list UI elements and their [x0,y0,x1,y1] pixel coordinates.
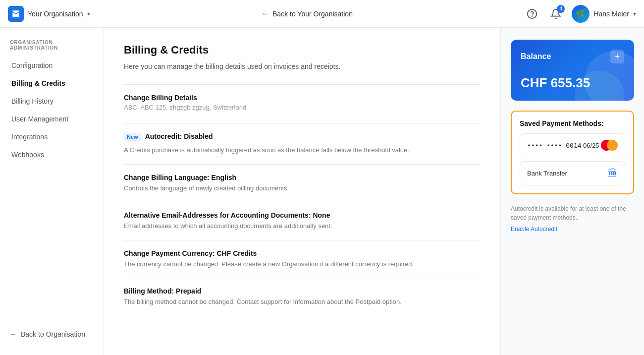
sidebar-spacer [0,164,104,325]
billing-language-section: Change Billing Language: English Control… [124,164,481,202]
help-button[interactable] [524,6,540,22]
user-menu[interactable]: 🌿 Hans Meier ▾ [572,5,636,23]
balance-label: Balance [521,52,551,61]
nav-left: Your Organisation ▾ [8,6,90,22]
billing-method-desc: The billing method cannot be changed. Co… [124,297,481,307]
back-arrow-icon: ← [262,9,269,18]
autocredit-title[interactable]: Autocredit: Disabled [145,132,213,140]
sidebar-back-label: Back to Organisation [21,330,85,338]
top-navigation: Your Organisation ▾ ← Back to Your Organ… [0,0,644,28]
autocredit-desc: A Credits purchase is automatically trig… [124,145,481,155]
add-balance-button[interactable]: + [610,50,624,63]
svg-point-1 [532,16,533,16]
billing-method-section: Billing Method: Prepaid The billing meth… [124,278,481,316]
notification-badge: 4 [557,5,565,13]
sidebar-item-webhooks[interactable]: Webhooks [0,146,104,164]
autocredit-section: New Autocredit: Disabled A Credits purch… [124,123,481,164]
payment-methods-title: Saved Payment Methods: [520,119,625,127]
payment-methods-card: Saved Payment Methods: •••• •••• 0014 06… [511,111,634,194]
alt-email-desc: Email addresses to which all accounting … [124,221,481,231]
payment-method-bank[interactable]: Bank Transfer 🏛 [520,161,625,185]
user-chevron-icon[interactable]: ▾ [633,10,636,17]
autocredit-row: New Autocredit: Disabled [124,132,481,142]
main-content: Billing & Credits Here you can manage th… [104,28,500,355]
sidebar-item-billing-credits[interactable]: Billing & Credits [0,74,104,92]
org-logo [8,6,24,22]
payment-currency-title: Change Payment Currency: CHF Credits [124,249,481,257]
nav-right: 4 🌿 Hans Meier ▾ [524,5,636,23]
new-badge: New [124,133,141,141]
sidebar-item-billing-history[interactable]: Billing History [0,92,104,110]
card-number: •••• •••• 0014 [527,142,582,149]
back-link-label: Back to Your Organisation [272,10,353,18]
sidebar-back-arrow-icon: ← [10,330,17,338]
autocredit-info-text: Autocredit is available for at least one… [511,202,634,224]
payment-currency-section: Change Payment Currency: CHF Credits The… [124,240,481,278]
bank-icon: 🏛 [608,168,618,179]
org-chevron-icon[interactable]: ▾ [87,10,90,17]
enable-autocredit-link[interactable]: Enable Autocredit [511,226,557,233]
org-name: Your Organisation [28,10,83,18]
payment-method-card[interactable]: •••• •••• 0014 06/25 [520,133,625,157]
alt-email-title[interactable]: Alternative Email-Addresses for Accounti… [124,211,481,219]
sidebar-section-label: ORGANISATION ADMINISTRATION [0,40,104,57]
billing-details-section: Change Billing Details ABC, ABC 125, zhg… [124,84,481,123]
page-title: Billing & Credits [124,44,481,57]
sidebar-item-configuration[interactable]: Configuration [0,57,104,74]
sidebar: ORGANISATION ADMINISTRATION Configuratio… [0,28,104,355]
mc-circle-orange [607,140,618,151]
leaf-icon: 🌿 [576,9,586,18]
user-name: Hans Meier [593,10,629,18]
page-description: Here you can manage the billing details … [124,62,481,70]
mastercard-icon [601,140,618,151]
card-expiry: 06/25 [583,142,599,149]
sidebar-item-integrations[interactable]: Integrations [0,128,104,146]
payment-currency-desc: The currency cannot be changed. Please c… [124,259,481,269]
alt-email-section: Alternative Email-Addresses for Accounti… [124,202,481,240]
right-panel: Balance + CHF 655.35 Saved Payment Metho… [500,28,644,355]
notifications-button[interactable]: 4 [548,6,564,22]
billing-language-desc: Controls the language of newly created b… [124,183,481,193]
back-to-org-link[interactable]: ← Back to Your Organisation [262,9,353,18]
autocredit-info-block: Autocredit is available for at least one… [511,202,634,233]
billing-details-title[interactable]: Change Billing Details [124,94,481,102]
sidebar-back-to-org[interactable]: ← Back to Organisation [0,325,104,343]
balance-header: Balance + [521,50,624,63]
balance-card: Balance + CHF 655.35 [511,40,634,101]
billing-language-title[interactable]: Change Billing Language: English [124,174,481,181]
sidebar-item-user-management[interactable]: User Management [0,110,104,128]
billing-method-title: Billing Method: Prepaid [124,287,481,295]
main-layout: ORGANISATION ADMINISTRATION Configuratio… [0,28,644,355]
bank-label: Bank Transfer [527,170,567,177]
billing-details-subtitle: ABC, ABC 125, zhgzgb zgzug, Switzerland [124,104,481,111]
user-avatar: 🌿 [572,5,590,23]
balance-amount: CHF 655.35 [521,75,624,91]
